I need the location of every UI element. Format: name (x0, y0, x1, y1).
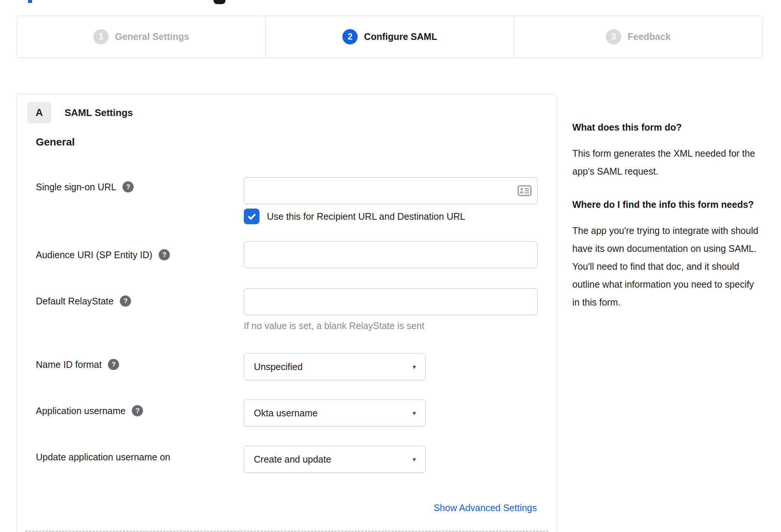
sso-url-input-wrap (244, 177, 538, 204)
help-icon[interactable]: ? (120, 295, 131, 307)
sidebar-heading-what: What does this form do? (572, 120, 761, 135)
update-username-select[interactable]: Create and update ▼ (244, 446, 426, 473)
application-username-label: Application username ? (36, 404, 143, 417)
default-relaystate-label-text: Default RelayState (36, 294, 113, 308)
recipient-url-checkbox[interactable] (244, 209, 259, 224)
wizard-stepper: 1 General Settings 2 Configure SAML 3 Fe… (17, 16, 763, 58)
help-icon[interactable]: ? (122, 181, 134, 193)
audience-uri-label-text: Audience URI (SP Entity ID) (36, 248, 152, 262)
sso-url-label: Single sign-on URL ? (36, 180, 134, 194)
step-3-number-badge: 3 (606, 29, 621, 44)
contact-card-icon (517, 185, 532, 196)
step-2-number-badge: 2 (342, 29, 358, 44)
name-id-format-label: Name ID format ? (36, 358, 119, 371)
default-relaystate-label: Default RelayState ? (36, 294, 131, 308)
application-username-select[interactable]: Okta username ▼ (244, 400, 426, 426)
section-divider-dashed (25, 531, 548, 532)
help-sidebar: What does this form do? This form genera… (572, 120, 761, 328)
update-username-label-text: Update application username on (36, 450, 170, 464)
update-username-label: Update application username on (36, 450, 170, 464)
sidebar-heading-where: Where do I find the info this form needs… (572, 197, 761, 212)
step-general-settings[interactable]: 1 General Settings (17, 16, 265, 57)
recipient-url-checkbox-label: Use this for Recipient URL and Destinati… (267, 211, 465, 222)
step-configure-saml[interactable]: 2 Configure SAML (265, 16, 514, 57)
name-id-format-value: Unspecified (254, 362, 303, 372)
saml-settings-panel: A SAML Settings General Single sign-on U… (17, 94, 557, 532)
section-a-badge: A (27, 102, 51, 123)
chevron-down-icon: ▼ (411, 410, 417, 416)
help-icon[interactable]: ? (159, 249, 170, 260)
step-3-label: Feedback (628, 31, 670, 42)
chevron-down-icon: ▼ (411, 456, 417, 463)
sso-url-input[interactable] (244, 177, 538, 204)
help-icon[interactable]: ? (132, 405, 143, 416)
sidebar-body-what: This form generates the XML needed for t… (572, 144, 761, 180)
application-username-value: Okta username (254, 408, 318, 419)
sidebar-body-where: The app you're trying to integrate with … (572, 222, 761, 311)
cropped-header-fragment (214, 0, 225, 4)
step-1-number-badge: 1 (93, 29, 109, 44)
help-icon[interactable]: ? (108, 359, 119, 370)
chevron-down-icon: ▼ (411, 364, 417, 370)
configure-saml-page: 1 General Settings 2 Configure SAML 3 Fe… (0, 0, 781, 532)
name-id-format-select[interactable]: Unspecified ▼ (244, 353, 426, 380)
cropped-tab-indicator-fragment (28, 0, 32, 3)
application-username-label-text: Application username (36, 404, 125, 417)
audience-uri-input[interactable] (244, 241, 538, 268)
checkmark-icon (247, 212, 257, 222)
step-feedback: 3 Feedback (514, 16, 762, 57)
audience-uri-input-wrap (244, 241, 538, 268)
audience-uri-label: Audience URI (SP Entity ID) ? (36, 248, 170, 262)
update-username-value: Create and update (254, 454, 331, 465)
name-id-format-label-text: Name ID format (36, 358, 102, 371)
step-1-label: General Settings (115, 31, 189, 42)
general-heading: General (36, 136, 75, 148)
relaystate-hint: If no value is set, a blank RelayState i… (244, 320, 424, 331)
recipient-url-checkbox-row: Use this for Recipient URL and Destinati… (244, 209, 465, 224)
default-relaystate-input-wrap (244, 288, 538, 315)
default-relaystate-input[interactable] (244, 288, 538, 315)
show-advanced-settings-link[interactable]: Show Advanced Settings (433, 503, 537, 513)
panel-title: SAML Settings (65, 107, 133, 119)
section-header: A SAML Settings (27, 102, 133, 123)
sso-url-label-text: Single sign-on URL (36, 180, 116, 194)
step-2-label: Configure SAML (364, 31, 437, 42)
